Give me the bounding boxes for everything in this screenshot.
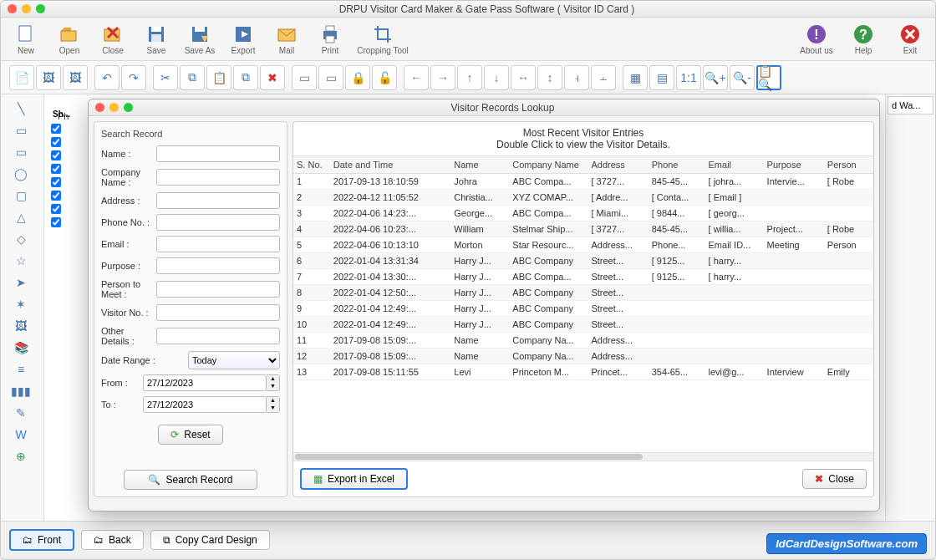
table-row[interactable]: 92022-01-04 12:49:...Harry J...ABC Compa…	[293, 301, 873, 317]
rectangle-tool-icon[interactable]: ▭	[4, 143, 38, 161]
minimize-window-icon[interactable]	[22, 4, 31, 13]
column-header[interactable]: S. No.	[293, 156, 330, 174]
table-row[interactable]: 62022-01-04 13:31:34Harry J...ABC Compan…	[293, 253, 873, 269]
shape-cb-2[interactable]	[51, 137, 61, 147]
burst-tool-icon[interactable]: ✶	[4, 295, 38, 313]
zoom-in-icon[interactable]: 🔍+	[703, 65, 728, 90]
email-input[interactable]	[156, 236, 280, 252]
column-header[interactable]: Email	[705, 156, 764, 174]
text-tool-icon[interactable]: ▭	[4, 121, 38, 140]
daterange-select[interactable]: Today	[188, 351, 280, 369]
align-tool-icon[interactable]: ≡	[4, 360, 38, 379]
align-left-icon[interactable]: ←	[404, 65, 429, 90]
grid-icon[interactable]: ▦	[623, 65, 648, 90]
tab-back[interactable]: 🗂Back	[81, 530, 144, 550]
copy-card-button[interactable]: ⧉Copy Card Design	[150, 530, 270, 550]
new-button[interactable]: New	[6, 19, 46, 59]
unlock-icon[interactable]: 🔓	[372, 65, 397, 90]
triangle-tool-icon[interactable]: △	[4, 208, 38, 227]
rounded-rect-tool-icon[interactable]: ▢	[4, 186, 38, 205]
dialog-maximize-icon[interactable]	[124, 103, 133, 112]
line-tool-icon[interactable]: ╲	[4, 99, 38, 118]
horizontal-scrollbar[interactable]	[293, 452, 873, 461]
image-tool-icon[interactable]: 🖼	[4, 317, 38, 335]
image-icon[interactable]: 🖼	[36, 65, 61, 90]
from-date-input[interactable]	[143, 374, 267, 391]
table-row[interactable]: 102022-01-04 12:49:...Harry J...ABC Comp…	[293, 317, 873, 333]
other-input[interactable]	[156, 328, 280, 344]
table-row[interactable]: 52022-04-06 10:13:10MortonStar Resourc..…	[293, 237, 873, 253]
table-row[interactable]: 112017-09-08 15:09:...NameCompany Na...A…	[293, 333, 873, 349]
column-header[interactable]: Person	[824, 156, 873, 174]
to-stepper[interactable]: ▲▼	[267, 396, 280, 413]
table-row[interactable]: 72022-01-04 13:30:...Harry J...ABC Compa…	[293, 269, 873, 285]
table-row[interactable]: 22022-04-12 11:05:52Christia...XYZ COMAP…	[293, 190, 873, 206]
export-excel-button[interactable]: ▦Export in Excel	[300, 468, 408, 490]
name-input[interactable]	[156, 145, 280, 162]
table-row[interactable]: 12017-09-13 18:10:59JohraABC Compa...[ 3…	[293, 174, 873, 190]
copy-icon[interactable]: ⧉	[180, 65, 205, 90]
ellipse-tool-icon[interactable]: ◯	[4, 165, 38, 183]
close-dialog-button[interactable]: ✖Close	[802, 469, 867, 489]
table-row[interactable]: 132017-09-08 15:11:55LeviPrinceton M...P…	[293, 364, 873, 380]
library-tool-icon[interactable]: 📚	[4, 339, 38, 357]
align-top-icon[interactable]: ↑	[457, 65, 482, 90]
results-table-wrap[interactable]: S. No.Date and TimeNameCompany NameAddre…	[293, 156, 873, 452]
close-window-icon[interactable]	[8, 4, 17, 13]
send-back-icon[interactable]: ▭	[318, 65, 343, 90]
signature-tool-icon[interactable]: ✎	[4, 404, 38, 422]
to-date-input[interactable]	[143, 396, 267, 413]
print-button[interactable]: Print	[310, 19, 350, 59]
align-bottom-icon[interactable]: ↓	[484, 65, 509, 90]
watermark-tool-icon[interactable]: W	[4, 425, 38, 444]
shape-cb-5[interactable]	[51, 177, 61, 187]
distribute-v-icon[interactable]: ⫠	[591, 65, 616, 90]
zoom-out-icon[interactable]: 🔍-	[730, 65, 755, 90]
mail-button[interactable]: Mail	[267, 19, 307, 59]
help-button[interactable]: ?Help	[843, 19, 883, 59]
address-input[interactable]	[156, 192, 280, 209]
person-input[interactable]	[156, 281, 280, 298]
maximize-window-icon[interactable]	[36, 4, 45, 13]
export-button[interactable]: Export	[223, 19, 263, 59]
align-center-v-icon[interactable]: ↕	[537, 65, 562, 90]
image-add-icon[interactable]: 🖼	[63, 65, 88, 90]
shape-cb-7[interactable]	[51, 204, 61, 214]
column-header[interactable]: Purpose	[764, 156, 824, 174]
shape-cb-3[interactable]	[51, 150, 61, 160]
shape-cb-6[interactable]	[51, 191, 61, 201]
bring-front-icon[interactable]: ▭	[292, 65, 317, 90]
align-right-icon[interactable]: →	[430, 65, 455, 90]
saveas-button[interactable]: Save As	[180, 19, 220, 59]
table-row[interactable]: 32022-04-06 14:23:...George...ABC Compa.…	[293, 206, 873, 221]
column-header[interactable]: Phone	[649, 156, 705, 174]
visitor-lookup-icon[interactable]: 📋🔍	[756, 65, 781, 90]
tab-front[interactable]: 🗂Front	[9, 529, 74, 551]
barcode-tool-icon[interactable]: ▮▮▮	[4, 382, 38, 400]
reset-button[interactable]: ⟳Reset	[158, 425, 222, 445]
actual-size-icon[interactable]: 1:1	[676, 65, 701, 90]
from-stepper[interactable]: ▲▼	[267, 374, 280, 391]
table-row[interactable]: 42022-04-06 10:23:...WilliamStelmar Ship…	[293, 221, 873, 237]
table-row[interactable]: 82022-01-04 12:50:...Harry J...ABC Compa…	[293, 285, 873, 301]
align-center-h-icon[interactable]: ↔	[511, 65, 536, 90]
sidepanel-tab[interactable]: d Wa...	[888, 96, 933, 115]
table-row[interactable]: 122017-09-08 15:09:...NameCompany Na...A…	[293, 349, 873, 364]
distribute-h-icon[interactable]: ⫞	[564, 65, 589, 90]
add-tool-icon[interactable]: ⊕	[4, 447, 38, 466]
purpose-input[interactable]	[156, 257, 280, 274]
about-button[interactable]: !About us	[796, 19, 837, 59]
delete-icon[interactable]: ✖	[260, 65, 285, 90]
paste-icon[interactable]: 📋	[206, 65, 231, 90]
duplicate-icon[interactable]: ⧉	[233, 65, 258, 90]
visitorno-input[interactable]	[156, 304, 280, 321]
document-icon[interactable]: 📄	[9, 65, 34, 90]
exit-button[interactable]: Exit	[890, 19, 930, 59]
dialog-close-icon[interactable]	[95, 103, 104, 112]
company-input[interactable]	[156, 169, 280, 186]
shape-cb-8[interactable]	[51, 217, 61, 227]
search-record-button[interactable]: 🔍Search Record	[124, 470, 257, 490]
star-tool-icon[interactable]: ☆	[4, 252, 38, 270]
undo-icon[interactable]: ↶	[94, 65, 120, 90]
arrow-tool-icon[interactable]: ➤	[4, 273, 38, 292]
